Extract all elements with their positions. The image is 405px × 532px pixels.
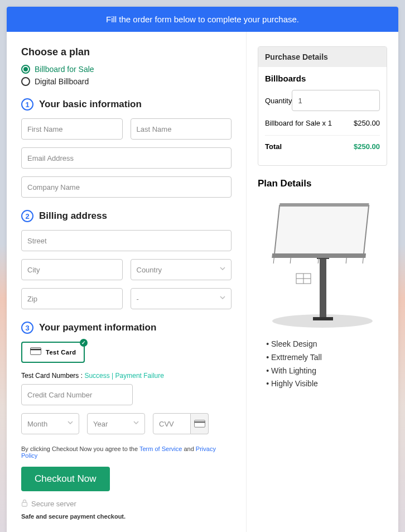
line-item-price: $250.00 [354, 119, 380, 127]
chevron-down-icon [220, 267, 225, 272]
step-1-title: Your basic information [39, 99, 142, 110]
country-select[interactable]: Country [131, 259, 232, 280]
secure-server-label: Secure server [31, 500, 76, 508]
svg-rect-11 [272, 253, 366, 258]
chevron-down-icon [220, 296, 225, 301]
check-badge-icon [80, 339, 88, 347]
svg-rect-9 [274, 205, 369, 257]
company-field[interactable] [21, 176, 232, 198]
purchase-details-title: Purchase Details [258, 47, 387, 67]
test-card-label: Test Card [46, 349, 76, 356]
step-1-header: 1 Your basic information [21, 98, 232, 111]
safe-note: Safe and secure payment checkout. [21, 513, 232, 520]
cvv-help-button[interactable] [191, 413, 209, 434]
step-3-header: 3 Your payment information [21, 322, 232, 334]
banner: Fill the order form below to complete yo… [7, 7, 398, 32]
street-field[interactable] [21, 230, 232, 251]
step-3-title: Your payment information [39, 322, 156, 333]
svg-rect-0 [30, 348, 41, 355]
state-select[interactable]: - [131, 288, 232, 309]
test-card-option[interactable]: Test Card [21, 342, 85, 363]
step-2-header: 2 Billing address [21, 210, 232, 222]
bullet-item: Exttremely Tall [271, 351, 387, 365]
month-select[interactable]: Month [21, 413, 79, 434]
svg-rect-4 [22, 502, 27, 506]
test-failure-link[interactable]: Payment Failure [115, 372, 164, 380]
svg-rect-10 [279, 203, 369, 207]
step-number-icon: 2 [21, 210, 33, 222]
bullet-item: With Lighting [271, 365, 387, 378]
svg-line-15 [346, 258, 346, 263]
step-2-title: Billing address [39, 210, 107, 222]
quantity-label: Quantity [265, 97, 292, 105]
total-label: Total [265, 142, 282, 151]
bullet-item: Highly Visible [271, 377, 387, 391]
radio-unselected-icon [21, 77, 30, 86]
secure-server-row: Secure server [21, 499, 232, 509]
line-item-label: Billboard for Sale x 1 [265, 119, 332, 127]
test-card-numbers-line: Test Card Numbers : Success | Payment Fa… [21, 372, 232, 380]
radio-selected-icon [21, 65, 30, 74]
plan-option-billboard-sale[interactable]: Billboard for Sale [21, 65, 232, 74]
city-field[interactable] [21, 259, 123, 280]
svg-rect-2 [194, 420, 205, 428]
svg-line-12 [273, 258, 274, 263]
year-select-text: Year [93, 420, 108, 428]
step-number-icon: 3 [21, 322, 33, 334]
cvv-field[interactable] [153, 413, 191, 434]
svg-rect-3 [194, 421, 205, 423]
country-select-text: Country [137, 266, 162, 274]
terms-text: By clicking Checkout Now you agree to th… [21, 445, 232, 459]
plan-details-title: Plan Details [258, 178, 387, 189]
svg-rect-1 [30, 349, 41, 351]
card-icon [30, 347, 41, 357]
month-select-text: Month [27, 420, 47, 428]
svg-line-13 [290, 258, 291, 263]
card-number-field[interactable] [21, 384, 133, 405]
email-field[interactable] [21, 147, 232, 169]
lock-icon [21, 499, 28, 509]
first-name-field[interactable] [21, 118, 123, 140]
state-select-text: - [137, 295, 139, 303]
year-select[interactable]: Year [87, 413, 145, 434]
svg-rect-6 [320, 257, 326, 318]
plan-option-label: Billboard for Sale [35, 65, 94, 74]
zip-field[interactable] [21, 288, 123, 309]
chevron-down-icon [133, 421, 139, 426]
purchase-subtitle: Billboards [265, 74, 380, 83]
billboard-image [258, 198, 387, 327]
checkout-button[interactable]: Checkout Now [21, 467, 110, 491]
chevron-down-icon [68, 421, 73, 426]
step-number-icon: 1 [21, 98, 33, 111]
svg-line-16 [363, 258, 363, 263]
test-prefix: Test Card Numbers : [21, 372, 84, 380]
last-name-field[interactable] [131, 118, 232, 140]
purchase-details-panel: Purchase Details Billboards Quantity Bil… [258, 46, 387, 166]
test-success-link[interactable]: Success [84, 372, 109, 380]
plan-option-label: Digital Billboard [35, 77, 89, 86]
total-value: $250.00 [354, 142, 380, 151]
plan-bullets: Sleek Design Exttremely Tall With Lighti… [258, 338, 387, 391]
quantity-input[interactable] [292, 90, 380, 111]
plan-option-digital-billboard[interactable]: Digital Billboard [21, 77, 232, 86]
svg-rect-8 [313, 317, 333, 320]
tos-link[interactable]: Term of Service [139, 445, 182, 452]
bullet-item: Sleek Design [271, 338, 387, 351]
choose-plan-title: Choose a plan [21, 46, 232, 58]
